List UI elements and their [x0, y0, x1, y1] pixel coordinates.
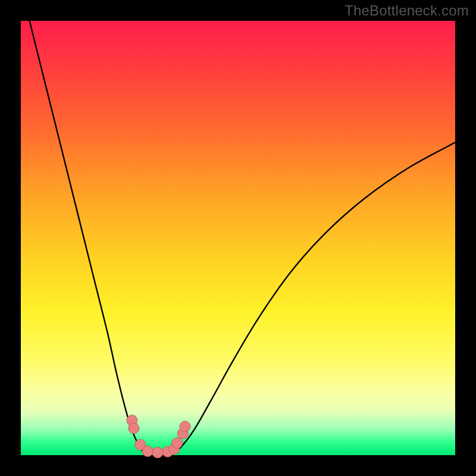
data-marker [142, 446, 153, 456]
data-marker [129, 423, 139, 434]
chart-frame: TheBottleneck.com [0, 0, 476, 476]
plot-area [21, 21, 455, 455]
bottleneck-curve [30, 21, 455, 454]
data-marker [180, 421, 190, 432]
curve-layer [21, 21, 455, 455]
marker-group [127, 415, 190, 458]
data-marker [152, 447, 163, 458]
data-marker [172, 438, 183, 449]
watermark-text: TheBottleneck.com [345, 2, 469, 19]
